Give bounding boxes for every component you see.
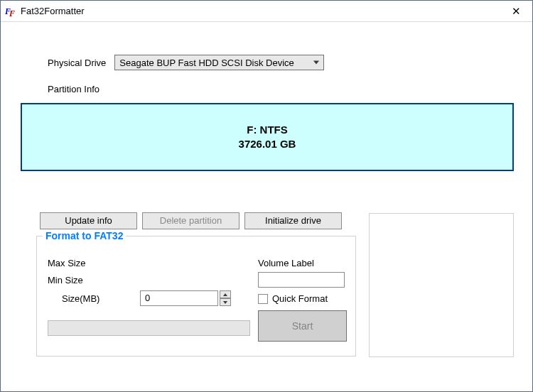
- partition-box[interactable]: F: NTFS 3726.01 GB: [21, 103, 514, 171]
- app-icon: F F: [5, 6, 16, 17]
- partition-size-line: 3726.01 GB: [239, 137, 296, 151]
- physical-drive-selected: Seagate BUP Fast HDD SCSI Disk Device: [119, 58, 294, 68]
- physical-drive-row: Physical Drive Seagate BUP Fast HDD SCSI…: [48, 55, 324, 70]
- close-button[interactable]: ✕: [500, 1, 532, 21]
- physical-drive-select[interactable]: Seagate BUP Fast HDD SCSI Disk Device: [114, 55, 324, 70]
- quick-format-label: Quick Format: [272, 293, 328, 304]
- chevron-down-icon: [313, 61, 319, 65]
- partition-drive-line: F: NTFS: [247, 123, 288, 137]
- delete-partition-button[interactable]: Delete partition: [142, 212, 239, 229]
- initialize-drive-button[interactable]: Initialize drive: [244, 212, 342, 229]
- action-buttons-row: Update info Delete partition Initialize …: [40, 212, 342, 229]
- max-size-label: Max Size: [48, 258, 85, 268]
- start-button[interactable]: Start: [258, 310, 347, 342]
- update-info-button[interactable]: Update info: [40, 212, 137, 229]
- app-window: F F Fat32Formatter ✕ Physical Drive Seag…: [0, 0, 533, 392]
- size-mb-spinner[interactable]: [220, 290, 231, 306]
- spinner-up-icon[interactable]: [220, 290, 231, 298]
- client-area: Physical Drive Seagate BUP Fast HDD SCSI…: [1, 23, 532, 391]
- titlebar: F F Fat32Formatter ✕: [1, 1, 532, 22]
- spinner-down-icon[interactable]: [220, 298, 231, 306]
- window-title: Fat32Formatter: [21, 6, 500, 16]
- format-groupbox: Format to FAT32 Max Size Min Size Size(M…: [36, 236, 356, 356]
- side-panel: [369, 213, 514, 357]
- quick-format-checkbox[interactable]: Quick Format: [258, 293, 328, 304]
- svg-text:F: F: [9, 9, 15, 17]
- volume-label-label: Volume Label: [258, 258, 314, 268]
- size-mb-label: Size(MB): [62, 293, 99, 304]
- size-mb-input[interactable]: 0: [140, 290, 218, 306]
- volume-label-input[interactable]: [258, 272, 345, 288]
- partition-info-label: Partition Info: [48, 84, 99, 94]
- format-progressbar: [48, 320, 250, 336]
- format-group-title: Format to FAT32: [43, 230, 126, 241]
- physical-drive-label: Physical Drive: [48, 58, 106, 68]
- min-size-label: Min Size: [48, 275, 83, 285]
- checkbox-box-icon: [258, 294, 268, 304]
